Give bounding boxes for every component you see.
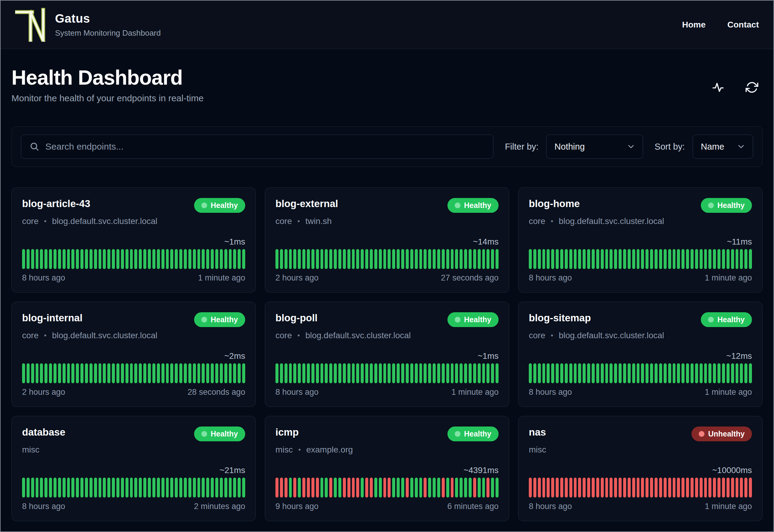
sort-select[interactable]: Name [693,135,753,159]
endpoint-card[interactable]: icmp Healthy misc • example.org ~4391ms … [265,416,509,521]
uptime-bar [673,478,676,498]
page-subtitle: Monitor the health of your endpoints in … [11,93,203,103]
uptime-bar [565,363,568,383]
uptime-bar [433,478,436,498]
endpoint-card[interactable]: database Healthy misc ~21ms 8 hours ago … [11,416,256,521]
endpoint-meta: misc [529,445,752,455]
uptime-bar [365,249,368,269]
uptime-bar [717,478,720,498]
uptime-bar [40,363,43,383]
uptime-bar [374,363,377,383]
uptime-bar [361,249,364,269]
filter-select[interactable]: Nothing [546,135,643,159]
uptime-bar [130,478,133,498]
uptime-bar [560,249,563,269]
nav-link-home[interactable]: Home [682,20,706,30]
endpoint-host: blog.default.svc.cluster.local [559,216,664,226]
endpoint-host: blog.default.svc.cluster.local [305,331,411,340]
uptime-bar [329,363,332,383]
meta-separator-dot: • [297,331,300,340]
newest-timestamp: 6 minutes ago [447,502,499,511]
status-badge: Healthy [447,312,499,327]
hero: Health Dashboard Monitor the health of y… [11,49,763,103]
status-label: Unhealthy [708,430,745,438]
uptime-bar [486,478,489,498]
uptime-bar [275,249,278,269]
oldest-timestamp: 9 hours ago [275,502,319,511]
uptime-bar [289,478,292,498]
endpoint-host: twin.sh [305,216,332,226]
uptime-bar [547,249,550,269]
uptime-bar [619,478,622,498]
uptime-bar [374,478,377,498]
uptime-bar [717,249,720,269]
oldest-timestamp: 8 hours ago [529,502,572,511]
brand-text: Gatus System Monitoring Dashboard [55,12,161,38]
uptime-bar [547,478,550,498]
uptime-bar [646,249,649,269]
endpoint-card[interactable]: blog-home Healthy core • blog.default.sv… [518,187,763,293]
uptime-bar [388,249,391,269]
card-footer: 8 hours ago 1 minute ago [529,273,752,283]
latency-value: ~1ms [22,237,245,247]
uptime-bar [49,363,52,383]
uptime-bar [134,249,137,269]
uptime-bar [406,363,409,383]
uptime-bar [415,478,418,498]
uptime-bar [289,249,292,269]
uptime-bar [193,249,196,269]
newest-timestamp: 27 seconds ago [441,273,499,283]
uptime-bar [691,478,694,498]
uptime-bar [27,249,30,269]
uptime-bar [36,478,39,498]
uptime-bar [628,249,631,269]
endpoint-card[interactable]: blog-external Healthy core • twin.sh ~14… [265,187,509,293]
uptime-bar [592,478,595,498]
activity-toggle-button[interactable] [711,80,725,94]
endpoint-card[interactable]: nas Unhealthy misc ~10000ms 8 hours ago … [518,416,763,521]
uptime-bar [293,363,296,383]
endpoint-name: icmp [275,427,299,438]
card-header: nas Unhealthy [529,427,752,441]
endpoint-card[interactable]: blog-article-43 Healthy core • blog.defa… [11,187,256,293]
refresh-button[interactable] [745,80,759,94]
endpoint-card[interactable]: blog-sitemap Healthy core • blog.default… [518,302,763,407]
uptime-bar [731,363,734,383]
uptime-bar [486,363,489,383]
uptime-bar [179,363,182,383]
latency-value: ~11ms [529,237,752,247]
uptime-bar [85,363,88,383]
filter-label: Filter by: [505,142,538,152]
uptime-bar [632,478,635,498]
uptime-bar [275,363,278,383]
endpoint-card[interactable]: blog-internal Healthy core • blog.defaul… [11,302,256,407]
uptime-bar [383,478,386,498]
search-input[interactable] [45,141,485,152]
uptime-bar [455,363,458,383]
nav-link-contact[interactable]: Contact [727,20,759,30]
uptime-bar [40,478,43,498]
status-dot-icon [708,203,714,208]
uptime-bar [356,363,359,383]
uptime-bar [415,249,418,269]
uptime-bars [22,478,245,498]
uptime-bar [107,478,110,498]
uptime-bar [496,363,499,383]
uptime-bar [556,363,559,383]
card-footer: 9 hours ago 6 minutes ago [275,502,499,511]
uptime-bar [392,249,395,269]
uptime-bar [708,478,711,498]
uptime-bar [152,478,155,498]
uptime-bar [428,249,431,269]
uptime-bar [731,249,734,269]
uptime-bar [623,363,626,383]
endpoint-host: blog.default.svc.cluster.local [52,331,158,340]
uptime-bar [112,249,115,269]
uptime-bar [94,478,97,498]
tn-logo-icon [15,8,47,42]
uptime-bars [529,478,752,498]
meta-separator-dot: • [297,217,300,225]
endpoint-card[interactable]: blog-poll Healthy core • blog.default.sv… [265,302,509,407]
uptime-bar [460,478,463,498]
status-badge: Healthy [194,198,245,213]
